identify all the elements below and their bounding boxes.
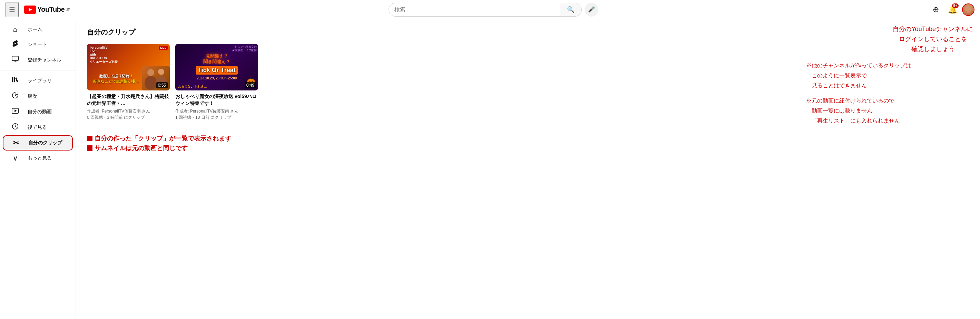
red-square-1 <box>87 136 92 141</box>
annotation-note2: ※元の動画に紐付けられているので 動画一覧には載りません 「再生リスト」にも入れ… <box>806 96 972 126</box>
svg-point-8 <box>147 69 154 76</box>
clips-icon: ✂ <box>12 139 20 147</box>
home-icon: ⌂ <box>11 26 19 33</box>
logo-text: YouTube <box>37 6 65 13</box>
logo-jp: JP <box>66 8 70 12</box>
sidebar-item-subscriptions[interactable]: 登録チャンネル <box>3 53 73 67</box>
add-video-button[interactable]: ⊕ <box>929 3 943 17</box>
app-body: ⌂ ホーム ショート 登録チャンネル ライブラリ 履歴 <box>0 19 980 162</box>
avatar-image <box>963 4 974 15</box>
sidebar-item-history[interactable]: 履歴 <box>3 89 73 104</box>
clip-thumbnail-1: PersonaliTVLIVEwithCREATORSクリエーターズ対談 LIV… <box>87 44 170 91</box>
search-bar: 🔍 <box>388 3 582 17</box>
annotations-right: ※他のチャンネルが作っているクリップは このように一覧表示で 見ることはできませ… <box>806 61 972 132</box>
sidebar: ⌂ ホーム ショート 登録チャンネル ライブラリ 履歴 <box>0 19 76 162</box>
annotation-note1-text: ※他のチャンネルが作っているクリップは このように一覧表示で 見ることはできませ… <box>806 61 972 91</box>
watch-later-icon <box>11 123 19 132</box>
search-icon: 🔍 <box>567 6 574 13</box>
red-square-2 <box>87 145 92 151</box>
thumb2-bottom-text: おまじない おしえ… <box>178 85 207 89</box>
bottom-annotation-1: 自分の作った「クリップ」が一覧で表示されます <box>87 134 969 143</box>
add-icon: ⊕ <box>933 5 939 14</box>
thumb2-title: 見間違え？聞き間違え？ <box>203 54 230 64</box>
thumb1-main-text: 徹底して振り切れ！ 好きなことで生き抜く極… <box>90 73 142 83</box>
sidebar-label-shorts: ショート <box>28 41 47 48</box>
clip-creator-2: 作成者: PersonaliTV佐藤安南 さん <box>175 108 258 114</box>
clip-card-1[interactable]: PersonaliTVLIVEwithCREATORSクリエーターズ対談 LIV… <box>87 44 170 121</box>
svg-rect-2 <box>12 56 18 61</box>
bottom-annotation-text-1: 自分の作った「クリップ」が一覧で表示されます <box>95 134 231 143</box>
sidebar-label-history: 履歴 <box>28 93 37 99</box>
my-videos-icon <box>11 107 19 116</box>
clip-creator-1: 作成者: PersonaliTV佐藤安南 さん <box>87 108 170 114</box>
main-content: 自分のクリップ PersonaliTVLIVEwithCREATORSクリエータ… <box>76 19 980 162</box>
sidebar-item-my-clips[interactable]: ✂ 自分のクリップ <box>3 136 73 150</box>
sidebar-item-my-videos[interactable]: 自分の動画 <box>3 104 73 119</box>
annotation-note2-text: ※元の動画に紐付けられているので 動画一覧には載りません 「再生リスト」にも入れ… <box>806 96 972 126</box>
menu-button[interactable]: ☰ <box>6 2 19 17</box>
history-icon <box>11 91 19 101</box>
svg-rect-4 <box>14 77 15 83</box>
clip-meta-2: 1 回視聴・10 日前 にクリップ <box>175 114 258 121</box>
clip-card-2[interactable]: おしゃべり魔女の深夜放送ライブ配信 見間違え？聞き間違え？ Tick Or Tr… <box>175 44 258 121</box>
thumb1-logo: PersonaliTVLIVEwithCREATORSクリエーターズ対談 <box>90 46 118 64</box>
subscriptions-icon <box>11 55 19 65</box>
sidebar-label-library: ライブラリ <box>28 78 52 84</box>
library-icon <box>11 76 19 85</box>
logo-area[interactable]: YouTubeJP <box>24 6 70 14</box>
header: ☰ YouTubeJP 🔍 🎤 ⊕ 🔔 <box>0 0 980 19</box>
notification-wrapper: 🔔 9+ <box>945 3 959 17</box>
sidebar-label-my-clips: 自分のクリップ <box>28 140 62 146</box>
youtube-logo-icon <box>24 6 36 14</box>
page-title: 自分のクリップ <box>87 28 969 37</box>
thumb2-corner-text: おしゃべり魔女の深夜放送ライブ配信 <box>232 45 257 52</box>
svg-rect-3 <box>12 77 13 83</box>
thumb1-badge: LIVE <box>159 46 168 50</box>
hamburger-icon: ☰ <box>9 6 15 14</box>
shorts-icon <box>11 40 19 49</box>
sidebar-label-more: もっと見る <box>28 155 52 161</box>
header-right: ⊕ 🔔 9+ <box>905 3 974 17</box>
bottom-annotation-text-2: サムネイルは元の動画と同じです <box>95 144 188 152</box>
avatar-button[interactable] <box>962 3 974 16</box>
clip-meta-1: 0 回視聴・3 時間前 にクリップ <box>87 114 170 121</box>
sidebar-label-subscriptions: 登録チャンネル <box>28 57 61 63</box>
sidebar-item-library[interactable]: ライブラリ <box>3 73 73 88</box>
svg-point-10 <box>158 69 164 75</box>
svg-point-9 <box>145 76 157 90</box>
svg-marker-6 <box>14 109 17 112</box>
clip-duration-2: 0:49 <box>245 82 256 88</box>
sidebar-divider-1 <box>0 70 76 70</box>
sidebar-item-more[interactable]: ∨ もっと見る <box>3 151 73 162</box>
search-button[interactable]: 🔍 <box>560 3 581 16</box>
sidebar-item-home[interactable]: ⌂ ホーム <box>3 23 73 36</box>
bottom-annotation-2: サムネイルは元の動画と同じです <box>87 144 969 152</box>
search-input[interactable] <box>389 4 560 16</box>
sidebar-label-my-videos: 自分の動画 <box>28 109 52 115</box>
thumb2-date: 2023.10.29, 23:00〜25:00 <box>197 76 237 81</box>
thumb2-trick-or-treat: Tick Or Treat <box>196 66 238 75</box>
mic-icon: 🎤 <box>588 6 595 13</box>
sidebar-item-watch-later[interactable]: 後で見る <box>3 120 73 135</box>
mic-button[interactable]: 🎤 <box>585 3 598 17</box>
sidebar-label-watch-later: 後で見る <box>28 124 47 131</box>
sidebar-item-shorts[interactable]: ショート <box>3 37 73 52</box>
annotation-note1: ※他のチャンネルが作っているクリップは このように一覧表示で 見ることはできませ… <box>806 61 972 91</box>
notification-badge: 9+ <box>952 3 959 8</box>
header-left: ☰ YouTubeJP <box>6 2 81 17</box>
header-center: 🔍 🎤 <box>81 3 905 17</box>
clip-title-2: おしゃべり魔女の深夜放送 vol59ハロウィン特集です！ <box>175 93 258 107</box>
sidebar-label-home: ホーム <box>28 27 42 33</box>
more-icon: ∨ <box>11 154 19 162</box>
clip-duration-1: 0:55 <box>156 82 168 88</box>
bottom-annotations: 自分の作った「クリップ」が一覧で表示されます サムネイルは元の動画と同じです <box>87 134 969 152</box>
clip-thumbnail-2: おしゃべり魔女の深夜放送ライブ配信 見間違え？聞き間違え？ Tick Or Tr… <box>175 44 258 91</box>
clip-title-1: 【起業の極意・升水翔兵さん】格闘技の元世界王者・… <box>87 93 170 107</box>
